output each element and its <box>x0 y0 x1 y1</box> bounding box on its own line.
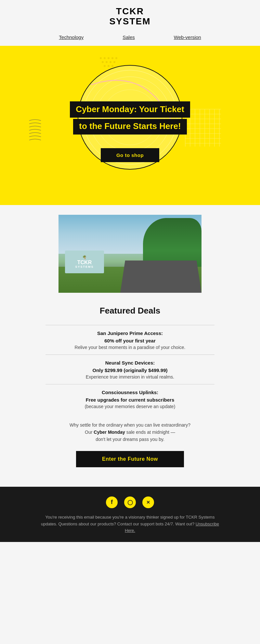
svg-point-6 <box>106 61 108 63</box>
deal-1-price: 60% off your first year <box>46 338 214 343</box>
svg-point-4 <box>115 57 117 59</box>
deal-3: Consciousness Uplinks: Free upgrades for… <box>46 384 214 414</box>
nav-web-version[interactable]: Web-version <box>174 34 201 40</box>
header: TCKR SYSTEM <box>0 0 260 30</box>
svg-point-8 <box>113 61 115 63</box>
svg-point-2 <box>108 57 110 59</box>
deal-3-name: Consciousness Uplinks: <box>46 390 214 395</box>
deal-3-price: Free upgrades for current subscribers <box>46 397 214 403</box>
footer-text: You're receiving this email because you'… <box>39 514 221 534</box>
svg-point-11 <box>111 65 113 67</box>
deal-3-desc: (because your memories deserve an update… <box>46 404 214 409</box>
sign-sub-text: SYSTEMS <box>75 265 94 268</box>
hero-shop-button[interactable]: Go to shop <box>101 148 159 162</box>
x-twitter-icon[interactable]: ✕ <box>142 496 154 508</box>
nav-technology[interactable]: Technology <box>59 34 84 40</box>
deal-1-desc: Relive your best moments in a paradise o… <box>46 345 214 350</box>
svg-point-0 <box>100 57 102 59</box>
closing-text: Why settle for the ordinary when you can… <box>46 421 214 443</box>
social-icons: f ◯ ✕ <box>6 496 254 508</box>
deal-2-price: Only $299.99 (originally $499.99) <box>46 367 214 373</box>
deal-1-name: San Junipero Prime Access: <box>46 330 214 336</box>
instagram-icon[interactable]: ◯ <box>124 496 136 508</box>
svg-point-10 <box>108 65 110 67</box>
featured-deals-title: Featured Deals <box>46 306 214 316</box>
hero-title-line2: to the Future Starts Here! <box>73 119 187 135</box>
svg-point-5 <box>102 61 104 63</box>
company-sign: 🌴 TCKR SYSTEMS <box>65 251 104 273</box>
deal-2-desc: Experience true immersion in virtual rea… <box>46 374 214 380</box>
cta-button[interactable]: Enter the Future Now <box>76 451 184 467</box>
sign-logo-text: TCKR <box>77 260 92 265</box>
deal-1: San Junipero Prime Access: 60% off your … <box>46 325 214 354</box>
navigation: Technology Sales Web-version <box>0 30 260 46</box>
svg-point-7 <box>110 61 111 63</box>
company-image: 🌴 TCKR SYSTEMS <box>58 215 202 293</box>
svg-point-1 <box>104 57 106 59</box>
palm-icon: 🌴 <box>82 255 87 259</box>
svg-point-9 <box>104 65 106 67</box>
deal-2-name: Neural Sync Devices: <box>46 360 214 366</box>
hero-banner: Cyber Monday: Your Ticket to the Future … <box>0 46 260 205</box>
deals-section: Featured Deals San Junipero Prime Access… <box>0 296 260 487</box>
hero-title-line1: Cyber Monday: Your Ticket <box>70 101 190 118</box>
footer: f ◯ ✕ You're receiving this email becaus… <box>0 487 260 542</box>
facebook-icon[interactable]: f <box>106 496 118 508</box>
svg-point-3 <box>111 57 113 59</box>
cta-wrapper: Enter the Future Now <box>46 451 214 467</box>
company-image-section: 🌴 TCKR SYSTEMS <box>0 205 260 296</box>
logo: TCKR SYSTEM <box>0 6 260 27</box>
deal-2: Neural Sync Devices: Only $299.99 (origi… <box>46 354 214 384</box>
nav-sales[interactable]: Sales <box>123 34 135 40</box>
hero-content: Cyber Monday: Your Ticket to the Future … <box>70 101 190 162</box>
